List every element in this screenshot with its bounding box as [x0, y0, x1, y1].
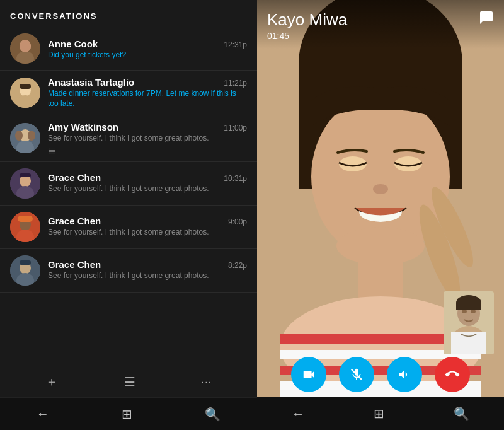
conv-preview: See for yourself. I think I got some gre… — [48, 271, 247, 281]
new-conversation-button[interactable]: ＋ — [45, 373, 58, 390]
home-button[interactable]: ⊞ — [374, 406, 384, 421]
action-bar: ＋ ☰ ··· — [0, 366, 257, 397]
more-options-button[interactable]: ··· — [201, 375, 212, 389]
end-call-button[interactable] — [435, 357, 470, 392]
conv-preview: See for yourself. I think I got some gre… — [48, 134, 247, 144]
speaker-button[interactable] — [387, 357, 422, 392]
conv-time: 9:00p — [228, 218, 247, 226]
conv-time: 8:22p — [228, 261, 247, 270]
svg-point-31 — [373, 184, 388, 194]
conv-top: Anastasia Tartaglio 11:21p — [48, 77, 247, 88]
call-controls — [257, 357, 504, 392]
message-status-icon: ▤ — [48, 145, 247, 155]
mute-button[interactable] — [339, 357, 374, 392]
self-video-content — [444, 291, 494, 354]
conv-preview: See for yourself. I think I got some gre… — [48, 184, 247, 194]
conv-time: 11:21p — [224, 79, 247, 88]
conversation-item-grace2[interactable]: Grace Chen 9:00p See for yourself. I thi… — [0, 206, 257, 249]
conversation-item-grace3[interactable]: Grace Chen 8:22p See for yourself. I thi… — [0, 249, 257, 293]
conv-time: 10:31p — [224, 174, 247, 183]
call-duration: 01:45 — [267, 31, 494, 41]
conversation-list: Anne Cook 12:31p Did you get tickets yet… — [0, 27, 257, 366]
svg-point-12 — [28, 131, 35, 141]
contact-name: Amy Watkinson — [48, 122, 118, 132]
contact-name: Grace Chen — [48, 172, 101, 183]
conv-preview: Made dinner reservations for 7PM. Let me… — [48, 89, 247, 108]
avatar — [10, 78, 40, 108]
video-toggle-button[interactable] — [291, 357, 326, 392]
avatar — [10, 212, 40, 242]
contact-name: Anastasia Tartaglio — [48, 77, 134, 88]
list-view-button[interactable]: ☰ — [124, 375, 135, 390]
conv-content: Grace Chen 8:22p See for yourself. I thi… — [48, 259, 247, 281]
conversation-item-amy[interactable]: Amy Watkinson 11:00p See for yourself. I… — [0, 115, 257, 162]
call-header: Kayo Miwa 01:45 — [257, 0, 504, 49]
conv-time: 11:00p — [224, 124, 247, 132]
svg-rect-44 — [451, 332, 486, 354]
contact-name: Grace Chen — [48, 216, 101, 226]
avatar — [10, 123, 40, 153]
conversation-item-anastasia[interactable]: Anastasia Tartaglio 11:21p Made dinner r… — [0, 71, 257, 115]
self-video-thumbnail — [444, 291, 494, 354]
video-call-panel: Kayo Miwa 01:45 — [257, 0, 504, 430]
conv-preview: See for yourself. I think I got some gre… — [48, 228, 247, 238]
conv-content: Amy Watkinson 11:00p See for yourself. I… — [48, 122, 247, 155]
conv-content: Grace Chen 9:00p See for yourself. I thi… — [48, 216, 247, 238]
conv-top: Grace Chen 9:00p — [48, 216, 247, 226]
conv-content: Grace Chen 10:31p See for yourself. I th… — [48, 172, 247, 194]
conversations-header: CONVERSATIONS — [0, 0, 257, 27]
contact-name: Grace Chen — [48, 259, 101, 270]
avatar — [10, 33, 40, 64]
conv-time: 12:31p — [224, 40, 247, 49]
conv-content: Anastasia Tartaglio 11:21p Made dinner r… — [48, 77, 247, 108]
right-nav-bar: ← ⊞ 🔍 — [257, 397, 504, 430]
chat-toggle-button[interactable] — [479, 10, 494, 28]
conversation-item-grace1[interactable]: Grace Chen 10:31p See for yourself. I th… — [0, 162, 257, 206]
conv-top: Grace Chen 10:31p — [48, 172, 247, 183]
caller-name: Kayo Miwa — [267, 10, 494, 30]
search-button[interactable]: 🔍 — [454, 406, 469, 421]
back-button[interactable]: ← — [292, 407, 304, 421]
conv-preview: Did you get tickets yet? — [48, 50, 247, 59]
svg-rect-20 — [18, 216, 33, 222]
svg-rect-24 — [20, 260, 31, 265]
svg-point-11 — [15, 131, 23, 141]
search-button[interactable]: 🔍 — [205, 407, 220, 422]
svg-rect-7 — [20, 84, 31, 89]
contact-name: Anne Cook — [48, 38, 98, 49]
conversations-panel: CONVERSATIONS Anne Cook 12:31p Did you g… — [0, 0, 257, 430]
avatar — [10, 255, 40, 286]
conv-top: Amy Watkinson 11:00p — [48, 122, 247, 132]
conv-top: Anne Cook 12:31p — [48, 38, 247, 49]
home-button[interactable]: ⊞ — [122, 407, 132, 422]
avatar — [10, 168, 40, 199]
left-nav-bar: ← ⊞ 🔍 — [0, 397, 257, 430]
svg-point-3 — [20, 40, 31, 52]
conv-top: Grace Chen 8:22p — [48, 259, 247, 270]
svg-rect-48 — [456, 303, 481, 310]
svg-rect-16 — [20, 173, 31, 177]
conv-content: Anne Cook 12:31p Did you get tickets yet… — [48, 38, 247, 59]
back-button[interactable]: ← — [37, 407, 49, 421]
conversation-item-anne-cook[interactable]: Anne Cook 12:31p Did you get tickets yet… — [0, 27, 257, 71]
